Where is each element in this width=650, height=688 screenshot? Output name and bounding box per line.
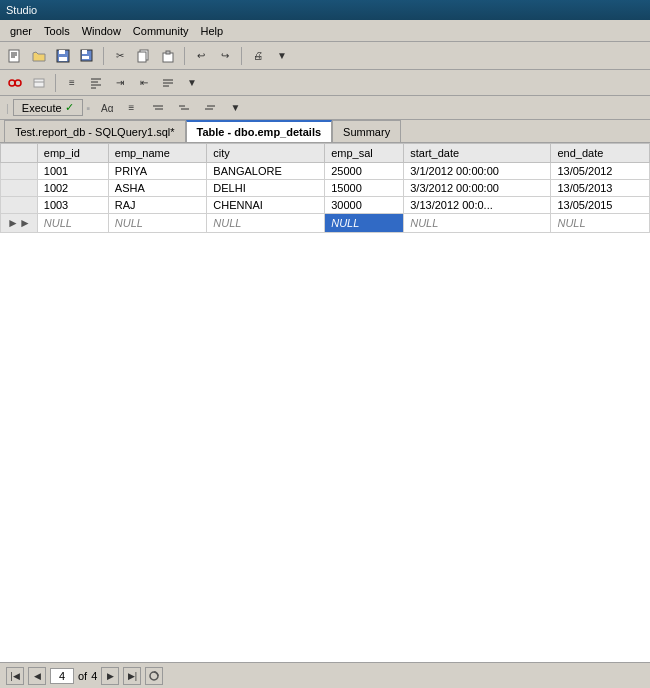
- cell-start_date[interactable]: 3/3/2012 00:00:00: [404, 180, 551, 197]
- cell-city[interactable]: CHENNAI: [207, 197, 325, 214]
- menu-community[interactable]: Community: [127, 23, 195, 39]
- tb-align2[interactable]: ≡: [121, 97, 143, 119]
- table-row[interactable]: 1003RAJCHENNAI300003/13/2012 00:0...13/0…: [1, 197, 650, 214]
- tb-open[interactable]: [28, 45, 50, 67]
- cell-emp_name[interactable]: PRIYA: [108, 163, 207, 180]
- row-indicator: ►►: [1, 214, 38, 233]
- cell-emp_name[interactable]: NULL: [108, 214, 207, 233]
- nav-next[interactable]: ▶: [101, 667, 119, 685]
- tb-dropdown2[interactable]: ▼: [181, 72, 203, 94]
- menu-bar: gner Tools Window Community Help: [0, 20, 650, 42]
- svg-rect-0: [9, 50, 19, 62]
- tb-connect[interactable]: [4, 72, 26, 94]
- row-indicator: [1, 180, 38, 197]
- cell-emp_name[interactable]: RAJ: [108, 197, 207, 214]
- tb-dropdown3[interactable]: ▼: [225, 97, 247, 119]
- tb-align3[interactable]: [147, 97, 169, 119]
- execute-label: Execute: [22, 102, 62, 114]
- nav-first[interactable]: |◀: [6, 667, 24, 685]
- tb-disconnect[interactable]: [28, 72, 50, 94]
- svg-text:Aα: Aα: [101, 103, 113, 114]
- cell-emp_sal[interactable]: NULL: [325, 214, 404, 233]
- execute-button[interactable]: Execute ✓: [13, 99, 83, 116]
- tab-summary[interactable]: Summary: [332, 120, 401, 142]
- col-emp-name-header: emp_name: [108, 144, 207, 163]
- main-content: emp_id emp_name city emp_sal start_date …: [0, 143, 650, 416]
- tb-outdent[interactable]: ⇤: [133, 72, 155, 94]
- cell-emp_id[interactable]: NULL: [37, 214, 108, 233]
- row-indicator: [1, 197, 38, 214]
- col-start-date-header: start_date: [404, 144, 551, 163]
- tab-query[interactable]: Test.report_db - SQLQuery1.sql*: [4, 120, 186, 142]
- cell-end_date[interactable]: 13/05/2012: [551, 163, 650, 180]
- tb-saveall[interactable]: [76, 45, 98, 67]
- nav-last[interactable]: ▶|: [123, 667, 141, 685]
- tb-save[interactable]: [52, 45, 74, 67]
- col-emp-id-header: emp_id: [37, 144, 108, 163]
- tb-dropdown[interactable]: ▼: [271, 45, 293, 67]
- cell-emp_id[interactable]: 1001: [37, 163, 108, 180]
- svg-rect-8: [82, 50, 87, 54]
- title-bar: Studio: [0, 0, 650, 20]
- menu-window[interactable]: Window: [76, 23, 127, 39]
- execute-check: ✓: [65, 101, 74, 114]
- tb-sep-small: |: [6, 102, 9, 114]
- table-row[interactable]: ►►NULLNULLNULLNULLNULLNULL: [1, 214, 650, 233]
- tb-print[interactable]: 🖨: [247, 45, 269, 67]
- cell-emp_name[interactable]: ASHA: [108, 180, 207, 197]
- row-indicator: [1, 163, 38, 180]
- title-text: Studio: [6, 4, 37, 16]
- table-row[interactable]: 1002ASHADELHI150003/3/2012 00:00:0013/05…: [1, 180, 650, 197]
- tb-list[interactable]: ≡: [61, 72, 83, 94]
- tb-format1[interactable]: [173, 97, 195, 119]
- table-row[interactable]: 1001PRIYABANGALORE250003/1/2012 00:00:00…: [1, 163, 650, 180]
- menu-tools[interactable]: Tools: [38, 23, 76, 39]
- data-table: emp_id emp_name city emp_sal start_date …: [0, 143, 650, 233]
- cell-end_date[interactable]: 13/05/2015: [551, 197, 650, 214]
- new-row-icon: ►►: [7, 216, 31, 230]
- cell-emp_sal[interactable]: 30000: [325, 197, 404, 214]
- cell-start_date[interactable]: 3/13/2012 00:0...: [404, 197, 551, 214]
- svg-rect-6: [59, 57, 67, 61]
- cell-end_date[interactable]: 13/05/2013: [551, 180, 650, 197]
- cell-start_date[interactable]: 3/1/2012 00:00:00: [404, 163, 551, 180]
- svg-point-15: [15, 80, 21, 86]
- col-emp-sal-header: emp_sal: [325, 144, 404, 163]
- cell-emp_sal[interactable]: 15000: [325, 180, 404, 197]
- svg-rect-9: [82, 56, 89, 59]
- status-bar: |◀ ◀ of 4 ▶ ▶|: [0, 662, 650, 688]
- tb-sep4: [55, 74, 56, 92]
- tb-copy[interactable]: [133, 45, 155, 67]
- cell-end_date[interactable]: NULL: [551, 214, 650, 233]
- svg-rect-13: [166, 51, 170, 54]
- cell-city[interactable]: DELHI: [207, 180, 325, 197]
- tb-align[interactable]: [85, 72, 107, 94]
- tb-redo[interactable]: ↪: [214, 45, 236, 67]
- tb-comment[interactable]: [157, 72, 179, 94]
- menu-designer[interactable]: gner: [4, 23, 38, 39]
- tab-table[interactable]: Table - dbo.emp_details: [186, 120, 333, 142]
- page-input[interactable]: [50, 668, 74, 684]
- cell-emp_id[interactable]: 1003: [37, 197, 108, 214]
- tb-paste[interactable]: [157, 45, 179, 67]
- nav-refresh[interactable]: [145, 667, 163, 685]
- cell-city[interactable]: BANGALORE: [207, 163, 325, 180]
- tb-new[interactable]: [4, 45, 26, 67]
- of-label: of: [78, 670, 87, 682]
- svg-rect-5: [59, 50, 65, 54]
- cell-city[interactable]: NULL: [207, 214, 325, 233]
- tb-format2[interactable]: [199, 97, 221, 119]
- tb-undo[interactable]: ↩: [190, 45, 212, 67]
- tb-parse[interactable]: Aα: [95, 97, 117, 119]
- tb-sep3: [241, 47, 242, 65]
- cell-emp_sal[interactable]: 25000: [325, 163, 404, 180]
- cell-start_date[interactable]: NULL: [404, 214, 551, 233]
- tb-cut[interactable]: ✂: [109, 45, 131, 67]
- tb-sep2: [184, 47, 185, 65]
- cell-emp_id[interactable]: 1002: [37, 180, 108, 197]
- svg-rect-11: [138, 52, 146, 62]
- menu-help[interactable]: Help: [194, 23, 229, 39]
- nav-prev[interactable]: ◀: [28, 667, 46, 685]
- tb-indent[interactable]: ⇥: [109, 72, 131, 94]
- col-city-header: city: [207, 144, 325, 163]
